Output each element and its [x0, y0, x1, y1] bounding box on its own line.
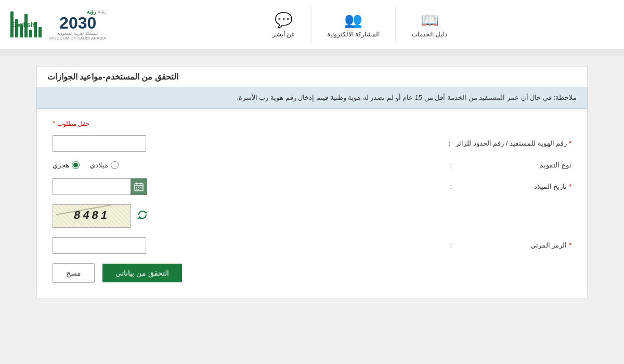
captcha-image: 8481	[53, 204, 131, 228]
calendar-input-wrap	[53, 178, 147, 195]
captcha-image-area: 8481	[53, 204, 447, 228]
captcha-text: 8481	[74, 210, 110, 223]
form-container: * حقل مطلوب * رقم الهوية للمستفيد / رقم …	[36, 109, 588, 299]
page-title-bar: التحقق من المستخدم-مواعيد الجوازات	[36, 66, 588, 87]
vision-year: 2030	[49, 15, 106, 31]
svg-rect-7	[136, 189, 137, 190]
button-row: التحقق من بياناتي مسح	[53, 263, 571, 283]
vision-text: رؤية رؤية 2030 المملكة العربية السعودية …	[49, 9, 106, 41]
birthdate-label: * تاريخ الميلاد	[457, 183, 571, 190]
nav-e-participation[interactable]: 👥 المشاركة الالكترونية	[311, 6, 396, 43]
captcha-input-label: * الرمز المرئي	[457, 241, 571, 249]
notice-bar: ملاحظة: في حال أن عمر المستفيد من الخدمة…	[36, 87, 588, 109]
captcha-input-colon: :	[450, 241, 452, 249]
captcha-row: 8481	[53, 204, 571, 228]
required-note-text: حقل مطلوب	[57, 120, 89, 127]
id-colon: :	[448, 139, 450, 147]
about-absher-label: عن أبشر	[272, 31, 295, 38]
calendar-icon	[134, 182, 144, 191]
radio-hijri[interactable]	[72, 161, 80, 169]
refresh-icon	[137, 209, 148, 220]
radio-miladi-text: ميلادي	[90, 161, 108, 169]
vision-prefix: رؤية	[98, 9, 106, 14]
id-input-area	[53, 135, 443, 152]
e-participation-icon: 👥	[344, 11, 362, 29]
calendar-icon-btn[interactable]	[131, 178, 147, 195]
language-toggle[interactable]: English	[10, 21, 35, 29]
birthdate-row: * تاريخ الميلاد :	[53, 178, 571, 195]
id-number-label: * رقم الهوية للمستفيد / رقم الحدود للزائ…	[456, 139, 571, 147]
id-number-input[interactable]	[53, 135, 146, 152]
birthdate-star: *	[569, 183, 571, 190]
clear-button[interactable]: مسح	[53, 263, 95, 283]
vision-country-ar: المملكة العربية السعودية	[49, 31, 106, 36]
calendar-type-input-area: ميلادي هجري	[53, 161, 445, 169]
submit-button[interactable]: التحقق من بياناتي	[102, 264, 182, 282]
svg-rect-4	[136, 187, 137, 188]
sub-header-divider	[0, 49, 624, 56]
id-number-row: * رقم الهوية للمستفيد / رقم الحدود للزائ…	[53, 135, 571, 152]
main-content: التحقق من المستخدم-مواعيد الجوازات ملاحظ…	[26, 66, 598, 299]
birthdate-colon: :	[450, 183, 452, 190]
e-participation-label: المشاركة الالكترونية	[327, 31, 380, 38]
required-note: * حقل مطلوب	[53, 119, 571, 127]
svg-rect-8	[138, 189, 139, 190]
calendar-radio-group: ميلادي هجري	[53, 161, 119, 169]
radio-miladi-label[interactable]: ميلادي	[90, 161, 119, 169]
captcha-refresh-btn[interactable]	[135, 207, 150, 225]
services-guide-icon: 📖	[421, 11, 439, 29]
calendar-colon: :	[450, 161, 452, 169]
calendar-type-row: نوع التقويم : ميلادي هجري	[53, 161, 571, 169]
notice-text: ملاحظة: في حال أن عمر المستفيد من الخدمة…	[237, 94, 577, 101]
services-guide-label: دليل الخدمات	[412, 31, 447, 38]
calendar-type-label: نوع التقويم	[457, 161, 571, 169]
captcha-input-row: * الرمز المرئي :	[53, 237, 571, 254]
birthdate-input[interactable]	[53, 178, 131, 195]
nav-about-absher[interactable]: 💬 عن أبشر	[257, 6, 311, 43]
radio-miladi[interactable]	[111, 161, 119, 169]
nav-services-guide[interactable]: 📖 دليل الخدمات	[396, 6, 463, 43]
required-star: *	[53, 119, 55, 127]
svg-rect-6	[140, 187, 141, 188]
bar-1	[38, 27, 42, 37]
svg-rect-5	[138, 187, 139, 188]
captcha-input[interactable]	[53, 237, 146, 254]
vision-country-en: KINGDOM OF SAUDI ARABIA	[49, 36, 106, 41]
about-absher-icon: 💬	[275, 11, 293, 29]
captcha-wrap: 8481	[53, 204, 150, 228]
radio-hijri-label[interactable]: هجري	[53, 161, 80, 169]
radio-hijri-text: هجري	[53, 161, 69, 169]
bar-3	[29, 30, 32, 37]
captcha-star: *	[569, 241, 571, 249]
captcha-input-area	[53, 237, 445, 254]
header: English 📖 دليل الخدمات 👥 المشاركة الالكت…	[0, 0, 624, 49]
id-star: *	[569, 139, 571, 147]
page-title: التحقق من المستخدم-مواعيد الجوازات	[47, 72, 178, 82]
birthdate-input-area	[53, 178, 445, 195]
nav-bar: 📖 دليل الخدمات 👥 المشاركة الالكترونية 💬 …	[106, 6, 614, 43]
